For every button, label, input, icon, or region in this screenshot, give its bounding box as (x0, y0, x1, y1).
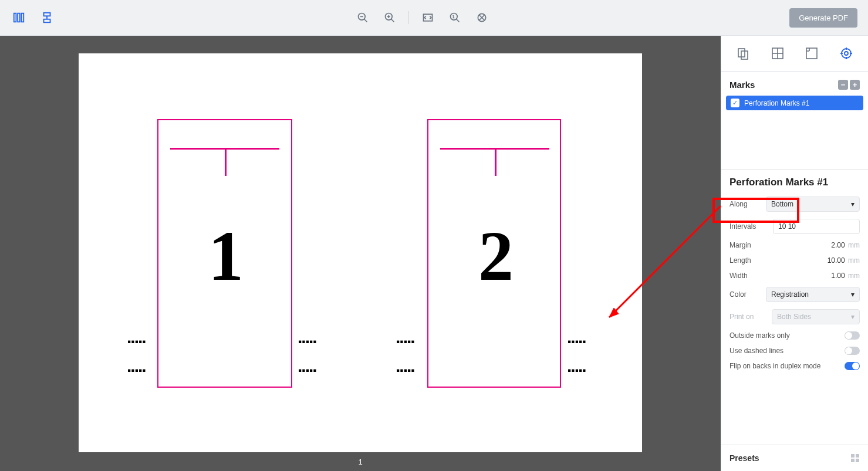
imposition-mode-2-icon[interactable] (39, 9, 55, 26)
mark-list-item[interactable]: ✓ Perforation Marks #1 (726, 96, 863, 110)
imposition-mode-1-icon[interactable] (11, 9, 27, 26)
svg-text:1: 1 (452, 15, 455, 19)
svg-line-10 (391, 19, 394, 22)
fold-line-v-1 (225, 148, 227, 176)
sidebar-tabs (721, 36, 868, 72)
svg-rect-1 (18, 13, 20, 22)
perf-marks: ..... (396, 328, 414, 346)
perf-marks: ..... (396, 357, 414, 375)
length-value[interactable]: 10.00 (828, 256, 845, 265)
dashed-lines-label: Use dashed lines (729, 347, 783, 355)
mark-item-label: Perforation Marks #1 (744, 99, 809, 107)
intervals-label: Intervals (729, 222, 756, 231)
svg-rect-2 (22, 13, 24, 22)
flip-backs-label: Flip on backs in duplex mode (729, 362, 820, 370)
along-label: Along (729, 200, 748, 208)
margin-value[interactable]: 2.00 (831, 241, 845, 249)
print-on-select: Both Sides ▾ (772, 309, 860, 324)
zoom-fit-icon[interactable] (474, 9, 490, 26)
toolbar-divider (408, 11, 409, 24)
page-number-1: 1 (208, 216, 244, 297)
outside-marks-label: Outside marks only (729, 331, 790, 340)
svg-rect-36 (851, 454, 855, 458)
perf-marks: ..... (567, 328, 586, 346)
dashed-lines-toggle[interactable] (845, 347, 860, 355)
outside-marks-toggle[interactable] (845, 331, 860, 340)
sheet-number-label: 1 (358, 458, 362, 466)
fit-width-icon[interactable] (420, 9, 436, 26)
perf-marks: ..... (127, 357, 146, 375)
color-label: Color (729, 290, 747, 299)
svg-rect-27 (806, 48, 817, 59)
intervals-input[interactable] (773, 219, 860, 234)
tab-marks-icon[interactable] (835, 42, 858, 65)
svg-rect-3 (44, 13, 50, 16)
perf-marks: ..... (298, 328, 316, 346)
print-on-label: Print on (729, 313, 754, 321)
marks-heading: Marks (729, 80, 755, 90)
right-sidebar: Marks − + ✓ Perforation Marks #1 Perfora… (721, 36, 868, 471)
zoom-in-icon[interactable] (381, 9, 398, 26)
perf-marks: ..... (298, 357, 316, 375)
presets-section[interactable]: Presets (721, 445, 868, 471)
tab-layout-icon[interactable] (766, 42, 789, 65)
svg-line-20 (609, 206, 721, 317)
chevron-down-icon: ▾ (851, 290, 855, 299)
properties-title: Perforation Marks #1 (729, 177, 860, 188)
flip-backs-toggle[interactable] (845, 362, 860, 370)
perf-marks: ..... (127, 328, 146, 346)
perf-marks: ..... (567, 357, 586, 375)
top-toolbar: 1 Generate PDF (0, 0, 868, 36)
svg-rect-37 (856, 454, 859, 458)
svg-point-30 (842, 49, 851, 58)
chevron-down-icon: ▾ (851, 200, 855, 208)
tab-pages-icon[interactable] (731, 42, 755, 65)
annotation-arrow (597, 200, 732, 329)
fold-line-v-2 (495, 148, 497, 176)
chevron-down-icon: ▾ (851, 313, 855, 321)
zoom-out-icon[interactable] (354, 9, 371, 26)
svg-rect-4 (44, 19, 50, 23)
color-select[interactable]: Registration ▾ (766, 287, 860, 302)
margin-label: Margin (729, 241, 751, 249)
zoom-actual-icon[interactable]: 1 (447, 9, 463, 26)
presets-label: Presets (729, 453, 759, 463)
canvas-area[interactable]: 1 2 ..... ..... ..... ..... ..... ..... … (0, 36, 721, 471)
sheet-preview: 1 2 ..... ..... ..... ..... ..... ..... … (79, 53, 642, 452)
svg-rect-38 (851, 459, 855, 462)
remove-mark-button[interactable]: − (838, 80, 848, 90)
width-label: Width (729, 272, 748, 280)
svg-rect-39 (856, 459, 859, 462)
generate-pdf-button[interactable]: Generate PDF (789, 8, 857, 28)
svg-line-15 (457, 19, 460, 22)
svg-rect-0 (14, 13, 16, 22)
svg-point-31 (845, 52, 848, 55)
presets-grid-icon[interactable] (850, 453, 860, 463)
length-label: Length (729, 256, 751, 265)
mark-checkbox[interactable]: ✓ (731, 99, 739, 107)
tab-bleed-icon[interactable] (800, 42, 823, 65)
along-select[interactable]: Bottom ▾ (766, 196, 860, 212)
svg-line-7 (364, 19, 367, 22)
page-number-2: 2 (478, 216, 514, 297)
mark-properties: Perforation Marks #1 Along Bottom ▾ Inte… (721, 169, 868, 382)
add-mark-button[interactable]: + (850, 80, 860, 90)
width-value[interactable]: 1.00 (831, 272, 845, 280)
